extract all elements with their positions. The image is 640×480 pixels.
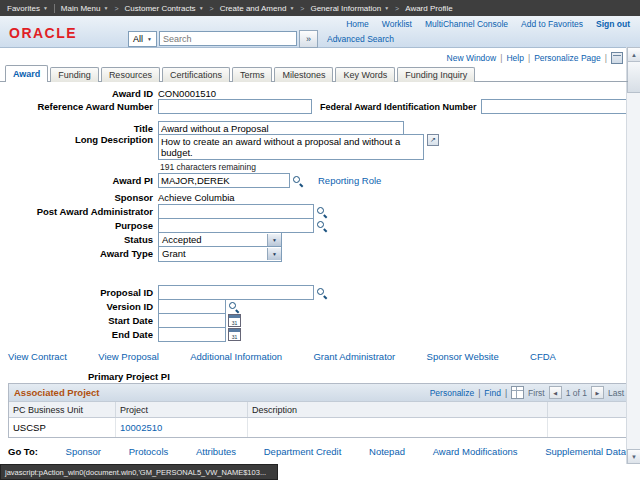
separator: | (478, 388, 480, 398)
goto-label: Go To: (8, 446, 38, 457)
goto-supplemental-data-link[interactable]: Supplemental Data (545, 446, 626, 457)
find-link[interactable]: Find (484, 388, 501, 398)
breadcrumb-bar: Favorites ▼ Main Menu ▼ > Customer Contr… (0, 0, 640, 16)
award-pi-input[interactable] (158, 173, 290, 188)
award-type-select[interactable]: Grant ▼ (158, 246, 282, 262)
sign-out-link[interactable]: Sign out (596, 19, 630, 29)
tab-terms[interactable]: Terms (232, 67, 273, 82)
pagination-first[interactable]: First (528, 388, 545, 398)
scroll-up-icon[interactable]: ▲ (627, 47, 640, 62)
tab-milestones[interactable]: Milestones (274, 67, 333, 82)
next-row-icon[interactable]: ▶ (591, 386, 604, 399)
post-award-admin-lookup-icon[interactable] (316, 206, 328, 218)
tab-resources[interactable]: Resources (101, 67, 160, 82)
previous-row-icon[interactable]: ◀ (549, 386, 562, 399)
associated-project-groupbox: Associated Project Personalize | Find | … (8, 383, 630, 438)
goto-department-credit-link[interactable]: Department Credit (264, 446, 342, 457)
start-date-input[interactable] (158, 313, 226, 328)
version-id-lookup-icon[interactable] (228, 301, 240, 313)
tab-funding-inquiry[interactable]: Funding Inquiry (397, 67, 475, 82)
grant-administrator-link[interactable]: Grant Administrator (313, 351, 395, 362)
row-filler (548, 418, 629, 437)
start-date-row: Start Date 31 (0, 313, 241, 328)
pagination-last[interactable]: Last (608, 388, 624, 398)
tab-key-words[interactable]: Key Words (335, 67, 395, 82)
grid-toolbar: Personalize | Find | First ◀ 1 of 1 ▶ La… (430, 386, 624, 399)
award-type-value: Grant (159, 248, 189, 259)
new-window-icon[interactable] (611, 52, 623, 64)
long-description-textarea[interactable]: How to create an award without a proposa… (158, 134, 424, 160)
column-header-description[interactable]: Description (248, 402, 548, 417)
personalize-page-link[interactable]: Personalize Page (534, 53, 601, 63)
tab-certifications[interactable]: Certifications (162, 67, 230, 82)
breadcrumb-item-create-and-amend[interactable]: Create and Amend ▼ (220, 4, 295, 13)
version-id-row: Version ID (0, 299, 240, 314)
associated-project-title: Associated Project (14, 387, 100, 398)
separator: | (505, 388, 507, 398)
scroll-down-icon[interactable]: ▼ (627, 449, 640, 464)
grid-popup-icon[interactable] (511, 386, 524, 399)
search-input[interactable] (159, 31, 297, 46)
goto-attributes-link[interactable]: Attributes (196, 446, 236, 457)
award-pi-lookup-icon[interactable] (292, 175, 304, 187)
view-proposal-link[interactable]: View Proposal (98, 351, 159, 362)
goto-sponsor-link[interactable]: Sponsor (66, 446, 101, 457)
tab-funding[interactable]: Funding (50, 67, 99, 82)
award-id-value: CON0001510 (158, 88, 216, 99)
vertical-scrollbar[interactable]: ▲ ▼ (626, 47, 640, 464)
scrollbar-thumb[interactable] (627, 61, 640, 93)
version-id-input[interactable] (158, 299, 226, 314)
chevron-down-icon: ▼ (267, 248, 281, 260)
long-description-row: Long Description How to create an award … (0, 134, 439, 162)
main-menu[interactable]: Main Menu ▼ (61, 4, 109, 13)
breadcrumb-item-general-information[interactable]: General Information ▼ (310, 4, 389, 13)
cfda-link[interactable]: CFDA (530, 351, 556, 362)
project-cell: 10002510 (116, 418, 248, 437)
nav-multichannel-console-link[interactable]: MultiChannel Console (425, 19, 508, 29)
additional-information-link[interactable]: Additional Information (190, 351, 282, 362)
federal-award-id-label: Federal Award Identification Number (320, 102, 481, 112)
pc-business-unit-cell: USCSP (9, 418, 116, 437)
proposal-id-input[interactable] (158, 285, 314, 300)
breadcrumb-label: General Information (310, 4, 381, 13)
end-date-calendar-icon[interactable]: 31 (228, 328, 241, 341)
goto-award-modifications-link[interactable]: Award Modifications (433, 446, 518, 457)
search-go-button[interactable]: » (299, 30, 318, 48)
sponsor-website-link[interactable]: Sponsor Website (427, 351, 499, 362)
federal-award-id-input[interactable] (481, 99, 637, 114)
breadcrumb-label: Customer Contracts (124, 4, 195, 13)
end-date-input[interactable] (158, 327, 226, 342)
project-link[interactable]: 10002510 (120, 422, 162, 433)
breadcrumb-item-customer-contracts[interactable]: Customer Contracts ▼ (124, 4, 203, 13)
tab-award[interactable]: Award (5, 65, 48, 82)
advanced-search-link[interactable]: Advanced Search (327, 34, 394, 44)
search-scope-select[interactable]: All ▼ (128, 31, 157, 47)
favorites-menu[interactable]: Favorites ▼ (7, 4, 48, 13)
header-nav: Home Worklist MultiChannel Console Add t… (346, 19, 630, 29)
grid-header-row: PC Business Unit Project Description (9, 402, 629, 418)
proposal-id-lookup-icon[interactable] (316, 287, 328, 299)
primary-project-pi-label: Primary Project PI (88, 371, 170, 382)
personalize-link[interactable]: Personalize (430, 388, 474, 398)
post-award-admin-input[interactable] (158, 204, 314, 219)
help-link[interactable]: Help (506, 53, 523, 63)
purpose-lookup-icon[interactable] (316, 220, 328, 232)
reporting-role-link[interactable]: Reporting Role (318, 175, 381, 186)
page-tabs: Award Funding Resources Certifications T… (5, 65, 477, 82)
separator: | (605, 53, 607, 63)
goto-notepad-link[interactable]: Notepad (369, 446, 405, 457)
status-bar: javascript:pAction_win0(document.win0,'G… (0, 464, 278, 480)
start-date-calendar-icon[interactable]: 31 (228, 314, 241, 327)
expand-icon[interactable]: ↗ (427, 134, 439, 146)
nav-add-to-favorites-link[interactable]: Add to Favorites (521, 19, 583, 29)
new-window-link[interactable]: New Window (447, 53, 497, 63)
nav-home-link[interactable]: Home (346, 19, 369, 29)
column-header-project[interactable]: Project (116, 402, 248, 417)
version-id-label: Version ID (0, 301, 158, 312)
column-header-pc-business-unit[interactable]: PC Business Unit (9, 402, 116, 417)
view-contract-link[interactable]: View Contract (8, 351, 67, 362)
goto-protocols-link[interactable]: Protocols (129, 446, 169, 457)
reference-award-number-input[interactable] (158, 99, 312, 114)
nav-worklist-link[interactable]: Worklist (382, 19, 412, 29)
long-description-label: Long Description (0, 134, 158, 145)
